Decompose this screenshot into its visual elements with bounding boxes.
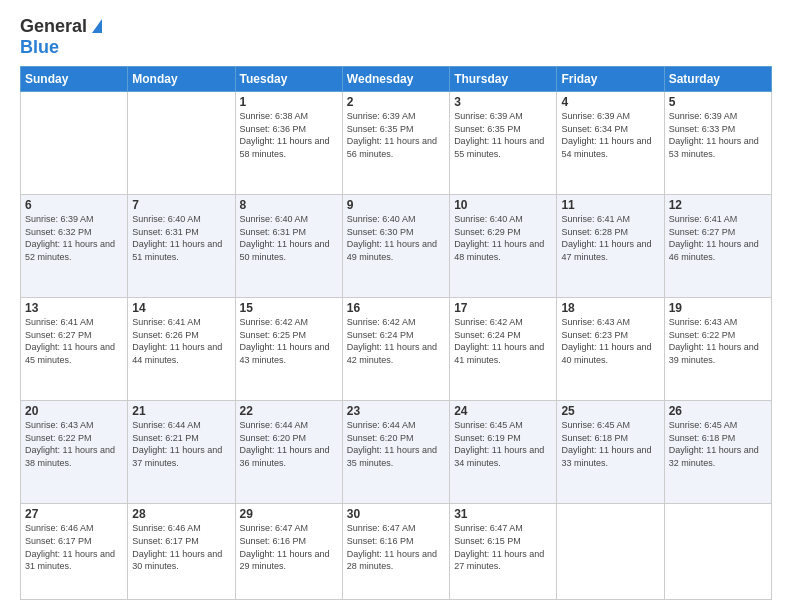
day-number: 15 <box>240 301 338 315</box>
day-info: Sunrise: 6:39 AMSunset: 6:34 PMDaylight:… <box>561 110 659 160</box>
day-number: 24 <box>454 404 552 418</box>
day-number: 5 <box>669 95 767 109</box>
day-number: 19 <box>669 301 767 315</box>
day-number: 2 <box>347 95 445 109</box>
day-number: 31 <box>454 507 552 521</box>
calendar-cell: 2Sunrise: 6:39 AMSunset: 6:35 PMDaylight… <box>342 92 449 195</box>
header: General Blue <box>20 16 772 58</box>
day-number: 13 <box>25 301 123 315</box>
day-number: 16 <box>347 301 445 315</box>
day-info: Sunrise: 6:40 AMSunset: 6:30 PMDaylight:… <box>347 213 445 263</box>
day-number: 17 <box>454 301 552 315</box>
weekday-header-row: SundayMondayTuesdayWednesdayThursdayFrid… <box>21 67 772 92</box>
day-info: Sunrise: 6:43 AMSunset: 6:23 PMDaylight:… <box>561 316 659 366</box>
calendar-cell: 10Sunrise: 6:40 AMSunset: 6:29 PMDayligh… <box>450 195 557 298</box>
calendar-cell: 9Sunrise: 6:40 AMSunset: 6:30 PMDaylight… <box>342 195 449 298</box>
calendar-cell: 1Sunrise: 6:38 AMSunset: 6:36 PMDaylight… <box>235 92 342 195</box>
calendar-cell: 15Sunrise: 6:42 AMSunset: 6:25 PMDayligh… <box>235 298 342 401</box>
page: General Blue SundayMondayTuesdayWednesda… <box>0 0 792 612</box>
logo: General Blue <box>20 16 102 58</box>
day-number: 20 <box>25 404 123 418</box>
calendar-cell: 25Sunrise: 6:45 AMSunset: 6:18 PMDayligh… <box>557 401 664 504</box>
day-number: 6 <box>25 198 123 212</box>
logo-blue-text: Blue <box>20 37 59 58</box>
day-number: 25 <box>561 404 659 418</box>
calendar-cell <box>21 92 128 195</box>
logo-general-text: General <box>20 16 87 37</box>
weekday-header-wednesday: Wednesday <box>342 67 449 92</box>
calendar-cell: 19Sunrise: 6:43 AMSunset: 6:22 PMDayligh… <box>664 298 771 401</box>
day-number: 27 <box>25 507 123 521</box>
day-info: Sunrise: 6:41 AMSunset: 6:28 PMDaylight:… <box>561 213 659 263</box>
calendar-week-row: 6Sunrise: 6:39 AMSunset: 6:32 PMDaylight… <box>21 195 772 298</box>
calendar-cell: 11Sunrise: 6:41 AMSunset: 6:28 PMDayligh… <box>557 195 664 298</box>
calendar-cell: 24Sunrise: 6:45 AMSunset: 6:19 PMDayligh… <box>450 401 557 504</box>
day-info: Sunrise: 6:40 AMSunset: 6:29 PMDaylight:… <box>454 213 552 263</box>
calendar-table: SundayMondayTuesdayWednesdayThursdayFrid… <box>20 66 772 600</box>
calendar-cell: 26Sunrise: 6:45 AMSunset: 6:18 PMDayligh… <box>664 401 771 504</box>
day-info: Sunrise: 6:46 AMSunset: 6:17 PMDaylight:… <box>25 522 123 572</box>
calendar-cell: 6Sunrise: 6:39 AMSunset: 6:32 PMDaylight… <box>21 195 128 298</box>
day-number: 26 <box>669 404 767 418</box>
calendar-week-row: 27Sunrise: 6:46 AMSunset: 6:17 PMDayligh… <box>21 504 772 600</box>
day-info: Sunrise: 6:44 AMSunset: 6:20 PMDaylight:… <box>240 419 338 469</box>
day-number: 23 <box>347 404 445 418</box>
calendar-cell: 4Sunrise: 6:39 AMSunset: 6:34 PMDaylight… <box>557 92 664 195</box>
day-info: Sunrise: 6:41 AMSunset: 6:27 PMDaylight:… <box>669 213 767 263</box>
weekday-header-monday: Monday <box>128 67 235 92</box>
day-number: 30 <box>347 507 445 521</box>
day-info: Sunrise: 6:47 AMSunset: 6:16 PMDaylight:… <box>240 522 338 572</box>
calendar-cell: 18Sunrise: 6:43 AMSunset: 6:23 PMDayligh… <box>557 298 664 401</box>
day-number: 9 <box>347 198 445 212</box>
calendar-cell: 31Sunrise: 6:47 AMSunset: 6:15 PMDayligh… <box>450 504 557 600</box>
calendar-cell: 28Sunrise: 6:46 AMSunset: 6:17 PMDayligh… <box>128 504 235 600</box>
weekday-header-saturday: Saturday <box>664 67 771 92</box>
day-number: 29 <box>240 507 338 521</box>
calendar-cell: 17Sunrise: 6:42 AMSunset: 6:24 PMDayligh… <box>450 298 557 401</box>
day-info: Sunrise: 6:43 AMSunset: 6:22 PMDaylight:… <box>669 316 767 366</box>
calendar-cell: 22Sunrise: 6:44 AMSunset: 6:20 PMDayligh… <box>235 401 342 504</box>
day-info: Sunrise: 6:44 AMSunset: 6:21 PMDaylight:… <box>132 419 230 469</box>
calendar-cell: 20Sunrise: 6:43 AMSunset: 6:22 PMDayligh… <box>21 401 128 504</box>
day-info: Sunrise: 6:42 AMSunset: 6:25 PMDaylight:… <box>240 316 338 366</box>
day-info: Sunrise: 6:45 AMSunset: 6:18 PMDaylight:… <box>561 419 659 469</box>
day-info: Sunrise: 6:41 AMSunset: 6:26 PMDaylight:… <box>132 316 230 366</box>
day-number: 12 <box>669 198 767 212</box>
day-number: 28 <box>132 507 230 521</box>
weekday-header-tuesday: Tuesday <box>235 67 342 92</box>
day-number: 21 <box>132 404 230 418</box>
calendar-week-row: 20Sunrise: 6:43 AMSunset: 6:22 PMDayligh… <box>21 401 772 504</box>
day-number: 3 <box>454 95 552 109</box>
day-info: Sunrise: 6:41 AMSunset: 6:27 PMDaylight:… <box>25 316 123 366</box>
calendar-cell: 3Sunrise: 6:39 AMSunset: 6:35 PMDaylight… <box>450 92 557 195</box>
day-info: Sunrise: 6:39 AMSunset: 6:35 PMDaylight:… <box>454 110 552 160</box>
logo-triangle-icon <box>92 19 102 33</box>
day-info: Sunrise: 6:42 AMSunset: 6:24 PMDaylight:… <box>347 316 445 366</box>
calendar-week-row: 13Sunrise: 6:41 AMSunset: 6:27 PMDayligh… <box>21 298 772 401</box>
calendar-cell: 8Sunrise: 6:40 AMSunset: 6:31 PMDaylight… <box>235 195 342 298</box>
day-info: Sunrise: 6:40 AMSunset: 6:31 PMDaylight:… <box>240 213 338 263</box>
calendar-week-row: 1Sunrise: 6:38 AMSunset: 6:36 PMDaylight… <box>21 92 772 195</box>
day-number: 18 <box>561 301 659 315</box>
day-info: Sunrise: 6:42 AMSunset: 6:24 PMDaylight:… <box>454 316 552 366</box>
weekday-header-thursday: Thursday <box>450 67 557 92</box>
day-info: Sunrise: 6:38 AMSunset: 6:36 PMDaylight:… <box>240 110 338 160</box>
calendar-cell <box>664 504 771 600</box>
day-number: 11 <box>561 198 659 212</box>
calendar-cell: 5Sunrise: 6:39 AMSunset: 6:33 PMDaylight… <box>664 92 771 195</box>
day-info: Sunrise: 6:45 AMSunset: 6:19 PMDaylight:… <box>454 419 552 469</box>
day-number: 22 <box>240 404 338 418</box>
calendar-cell: 13Sunrise: 6:41 AMSunset: 6:27 PMDayligh… <box>21 298 128 401</box>
day-number: 7 <box>132 198 230 212</box>
calendar-cell: 16Sunrise: 6:42 AMSunset: 6:24 PMDayligh… <box>342 298 449 401</box>
calendar-cell: 7Sunrise: 6:40 AMSunset: 6:31 PMDaylight… <box>128 195 235 298</box>
calendar-cell: 14Sunrise: 6:41 AMSunset: 6:26 PMDayligh… <box>128 298 235 401</box>
day-info: Sunrise: 6:43 AMSunset: 6:22 PMDaylight:… <box>25 419 123 469</box>
day-info: Sunrise: 6:44 AMSunset: 6:20 PMDaylight:… <box>347 419 445 469</box>
calendar-cell: 23Sunrise: 6:44 AMSunset: 6:20 PMDayligh… <box>342 401 449 504</box>
calendar-cell: 29Sunrise: 6:47 AMSunset: 6:16 PMDayligh… <box>235 504 342 600</box>
day-info: Sunrise: 6:45 AMSunset: 6:18 PMDaylight:… <box>669 419 767 469</box>
day-number: 1 <box>240 95 338 109</box>
calendar-cell: 27Sunrise: 6:46 AMSunset: 6:17 PMDayligh… <box>21 504 128 600</box>
calendar-cell: 12Sunrise: 6:41 AMSunset: 6:27 PMDayligh… <box>664 195 771 298</box>
